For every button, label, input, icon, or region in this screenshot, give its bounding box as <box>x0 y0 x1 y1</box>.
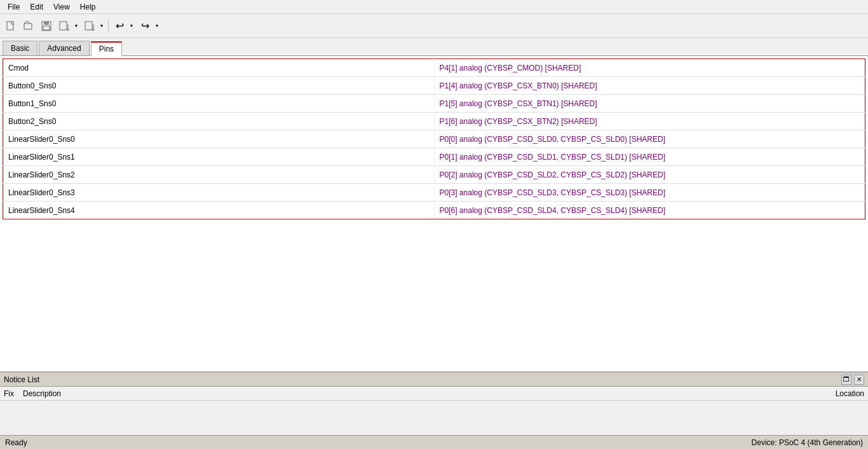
svg-rect-5 <box>60 22 67 30</box>
tab-bar: Basic Advanced Pins <box>0 38 868 56</box>
notice-list-title: Notice List <box>4 375 39 384</box>
table-row[interactable]: Button1_Sns0P1[5] analog (CYBSP_CSX_BTN1… <box>3 95 865 113</box>
undo-dropdown-arrow[interactable]: ▾ <box>128 18 135 34</box>
notice-list-header: Notice List 🗖 ✕ <box>0 373 868 387</box>
table-row[interactable]: LinearSlider0_Sns4P0[6] analog (CYBSP_CS… <box>3 202 865 219</box>
new-button[interactable] <box>3 18 19 34</box>
pin-assignment-cell: P1[5] analog (CYBSP_CSX_BTN1) [SHARED] <box>434 95 865 113</box>
pin-assignment-cell: P0[2] analog (CYBSP_CSD_SLD2, CYBSP_CS_S… <box>434 166 865 184</box>
status-left: Ready <box>5 438 27 447</box>
undo-dropdown: ↩ ▾ <box>111 18 135 34</box>
table-row[interactable]: Button0_Sns0P1[4] analog (CYBSP_CSX_BTN0… <box>3 77 865 95</box>
pin-assignment-cell: P4[1] analog (CYBSP_CMOD) [SHARED] <box>434 59 865 77</box>
svg-rect-1 <box>24 24 32 29</box>
pin-assignment-cell: P1[4] analog (CYBSP_CSX_BTN0) [SHARED] <box>434 77 865 95</box>
menu-file[interactable]: File <box>3 1 25 13</box>
export-alt-dropdown-arrow[interactable]: ▾ <box>98 18 105 34</box>
export-dropdown-arrow[interactable]: ▾ <box>72 18 80 34</box>
redo-button[interactable]: ↪ <box>137 18 153 34</box>
notice-col-description: Description <box>23 389 836 398</box>
menu-edit[interactable]: Edit <box>25 1 48 13</box>
notice-close-button[interactable]: ✕ <box>854 375 864 385</box>
toolbar-separator-1 <box>108 20 109 32</box>
svg-rect-4 <box>43 26 50 30</box>
svg-rect-7 <box>85 22 92 30</box>
table-row[interactable]: Button2_Sns0P1[6] analog (CYBSP_CSX_BTN2… <box>3 113 865 130</box>
notice-col-location: Location <box>836 389 864 398</box>
pin-signal-cell: Cmod <box>3 59 435 77</box>
pin-assignment-cell: P1[6] analog (CYBSP_CSX_BTN2) [SHARED] <box>434 113 865 130</box>
menu-bar: File Edit View Help <box>0 0 868 14</box>
status-bar: Ready Device: PSoC 4 (4th Generation) <box>0 435 868 449</box>
notice-col-fix: Fix <box>4 389 23 398</box>
export-dropdown: ▾ <box>56 18 80 34</box>
pins-container: CmodP4[1] analog (CYBSP_CMOD) [SHARED]Bu… <box>0 56 868 371</box>
export-alt-button[interactable] <box>81 18 98 34</box>
menu-help[interactable]: Help <box>75 1 101 13</box>
pin-assignment-cell: P0[1] analog (CYBSP_CSD_SLD1, CYBSP_CS_S… <box>434 148 865 166</box>
pin-assignment-cell: P0[0] analog (CYBSP_CSD_SLD0, CYBSP_CS_S… <box>434 130 865 148</box>
notice-maximize-button[interactable]: 🗖 <box>841 375 851 385</box>
toolbar: ▾ ▾ ↩ ▾ ↪ ▾ <box>0 14 868 38</box>
redo-dropdown: ↪ ▾ <box>137 18 161 34</box>
main-area: CmodP4[1] analog (CYBSP_CMOD) [SHARED]Bu… <box>0 56 868 371</box>
status-right: Device: PSoC 4 (4th Generation) <box>752 438 863 447</box>
export-button[interactable] <box>56 18 72 34</box>
pin-signal-cell: LinearSlider0_Sns4 <box>3 202 435 219</box>
undo-button[interactable]: ↩ <box>111 18 128 34</box>
tab-basic[interactable]: Basic <box>3 41 37 55</box>
pin-signal-cell: LinearSlider0_Sns2 <box>3 166 435 184</box>
pins-table: CmodP4[1] analog (CYBSP_CMOD) [SHARED]Bu… <box>3 59 865 219</box>
pin-signal-cell: LinearSlider0_Sns1 <box>3 148 435 166</box>
tab-pins[interactable]: Pins <box>91 41 122 56</box>
table-row[interactable]: LinearSlider0_Sns0P0[0] analog (CYBSP_CS… <box>3 130 865 148</box>
pin-signal-cell: LinearSlider0_Sns0 <box>3 130 435 148</box>
pin-assignment-cell: P0[6] analog (CYBSP_CSD_SLD4, CYBSP_CS_S… <box>434 202 865 219</box>
table-row[interactable]: LinearSlider0_Sns1P0[1] analog (CYBSP_CS… <box>3 148 865 166</box>
notice-list: Notice List 🗖 ✕ Fix Description Location <box>0 371 868 435</box>
export-alt-dropdown: ▾ <box>81 18 105 34</box>
pin-signal-cell: Button0_Sns0 <box>3 77 435 95</box>
redo-dropdown-arrow[interactable]: ▾ <box>153 18 161 34</box>
notice-columns: Fix Description Location <box>0 387 868 401</box>
table-row[interactable]: LinearSlider0_Sns2P0[2] analog (CYBSP_CS… <box>3 166 865 184</box>
svg-rect-3 <box>44 22 49 25</box>
save-button[interactable] <box>38 18 55 34</box>
notice-list-controls: 🗖 ✕ <box>841 375 864 385</box>
table-row[interactable]: CmodP4[1] analog (CYBSP_CMOD) [SHARED] <box>3 59 865 77</box>
menu-view[interactable]: View <box>48 1 75 13</box>
pin-signal-cell: Button1_Sns0 <box>3 95 435 113</box>
open-button[interactable] <box>20 18 37 34</box>
pin-assignment-cell: P0[3] analog (CYBSP_CSD_SLD3, CYBSP_CS_S… <box>434 184 865 202</box>
pin-signal-cell: LinearSlider0_Sns3 <box>3 184 435 202</box>
pin-signal-cell: Button2_Sns0 <box>3 113 435 130</box>
table-row[interactable]: LinearSlider0_Sns3P0[3] analog (CYBSP_CS… <box>3 184 865 202</box>
tab-advanced[interactable]: Advanced <box>39 41 89 55</box>
svg-rect-0 <box>7 22 13 30</box>
